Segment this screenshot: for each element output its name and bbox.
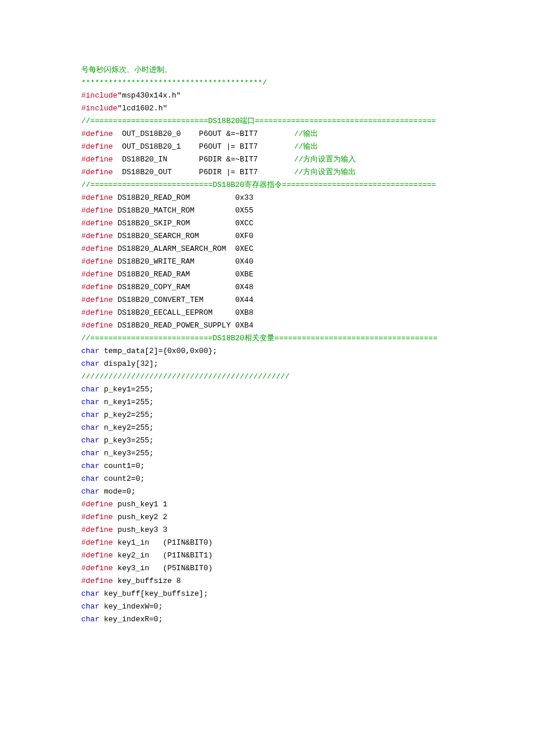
code-line: char p_key1=255; — [81, 383, 453, 396]
code-segment: char — [81, 385, 99, 394]
code-segment: //方向设置为输出 — [294, 168, 356, 177]
code-segment: "lcd1602.h" — [117, 104, 167, 113]
code-segment: DS18B20_IN P6DIR &=~BIT7 — [113, 155, 294, 164]
code-line: 号每秒闪烁次。小时进制。 — [81, 64, 453, 77]
code-segment: #define — [81, 206, 113, 215]
code-line: //===========================DS18B20相关变量… — [81, 332, 453, 345]
code-segment: #define — [81, 577, 113, 585]
code-segment: //方向设置为输入 — [294, 155, 356, 164]
code-segment: key_buffsize 8 — [113, 577, 181, 585]
code-segment: #define — [81, 270, 113, 279]
code-line: char count2=0; — [81, 473, 453, 485]
code-segment: char — [81, 347, 99, 355]
code-segment: #define — [81, 193, 113, 202]
code-segment: #define — [81, 142, 113, 151]
code-line: char p_key2=255; — [81, 409, 453, 422]
code-segment: #define — [81, 308, 113, 317]
code-line: char key_indexW=0; — [81, 600, 453, 613]
code-line: #define DS18B20_READ_ROM 0x33 — [81, 192, 453, 204]
code-segment: temp_data[2]={0x00,0x00}; — [99, 347, 217, 355]
code-segment: DS18B20_COPY_RAM 0X48 — [113, 283, 254, 291]
code-segment: p_key1=255; — [99, 385, 154, 394]
code-segment: 号每秒闪烁次。小时进制。 — [81, 66, 172, 74]
code-segment: #define — [81, 500, 113, 509]
code-segment: char — [81, 411, 99, 419]
code-segment: count1=0; — [99, 462, 145, 470]
code-segment: #define — [81, 129, 113, 138]
code-segment: DS18B20_READ_POWER_SUPPLY 0XB4 — [113, 321, 254, 330]
code-segment: #include — [81, 91, 117, 100]
code-segment: #define — [81, 244, 113, 253]
code-line: char p_key3=255; — [81, 434, 453, 447]
code-segment: char — [81, 436, 99, 445]
code-line: char count1=0; — [81, 460, 453, 473]
code-segment: #define — [81, 219, 113, 228]
code-segment: char — [81, 449, 99, 458]
code-segment: OUT_DS18B20_1 P6OUT |= BIT7 — [113, 142, 294, 151]
code-line: char n_key2=255; — [81, 422, 453, 434]
code-segment: char — [81, 487, 99, 496]
code-line: #define key2_in (P1IN&BIT1) — [81, 549, 453, 562]
code-segment: key3_in (P5IN&BIT0) — [113, 564, 213, 573]
code-line: #include"lcd1602.h" — [81, 102, 453, 115]
code-segment: char — [81, 423, 99, 432]
code-segment: push_key3 3 — [113, 525, 168, 534]
code-segment: char — [81, 602, 99, 611]
code-segment: #define — [81, 257, 113, 266]
code-line: #define push_key2 2 — [81, 511, 453, 524]
code-segment: #define — [81, 513, 113, 521]
code-segment: key_indexR=0; — [99, 615, 163, 624]
code-line: char mode=0; — [81, 485, 453, 498]
code-segment: OUT_DS18B20_0 P6OUT &=~BIT7 — [113, 129, 294, 138]
code-segment: dispaly[32]; — [99, 359, 158, 368]
code-segment: #define — [81, 296, 113, 304]
code-segment: #define — [81, 551, 113, 560]
code-line: #define DS18B20_EECALL_EEPROM 0XB8 — [81, 307, 453, 319]
code-segment: key_indexW=0; — [99, 602, 163, 611]
code-line: #define OUT_DS18B20_0 P6OUT &=~BIT7 //输出 — [81, 128, 453, 141]
code-line: char n_key3=255; — [81, 447, 453, 460]
code-segment: char — [81, 589, 99, 598]
code-segment: ****************************************… — [81, 78, 267, 87]
code-line: #include"msp430x14x.h" — [81, 89, 453, 102]
code-segment: #define — [81, 538, 113, 547]
code-line: char n_key1=255; — [81, 396, 453, 409]
code-line: ****************************************… — [81, 77, 453, 89]
code-segment: //输出 — [294, 142, 319, 151]
code-line: #define DS18B20_READ_POWER_SUPPLY 0XB4 — [81, 319, 453, 332]
code-line: ////////////////////////////////////////… — [81, 370, 453, 383]
code-line: #define DS18B20_SEARCH_ROM 0XF0 — [81, 230, 453, 243]
code-segment: char — [81, 462, 99, 470]
code-segment: p_key3=255; — [99, 436, 154, 445]
code-line: char temp_data[2]={0x00,0x00}; — [81, 345, 453, 358]
code-line: #define key_buffsize 8 — [81, 575, 453, 588]
code-line: char key_buff[key_buffsize]; — [81, 588, 453, 600]
code-line: #define OUT_DS18B20_1 P6OUT |= BIT7 //输出 — [81, 141, 453, 153]
code-segment: DS18B20_EECALL_EEPROM 0XB8 — [113, 308, 254, 317]
code-segment: //===========================DS18B20相关变量… — [81, 334, 438, 343]
code-segment: push_key2 2 — [113, 513, 168, 521]
code-segment: ////////////////////////////////////////… — [81, 372, 290, 381]
code-segment: DS18B20_SEARCH_ROM 0XF0 — [113, 232, 254, 240]
code-line: #define DS18B20_OUT P6DIR |= BIT7 //方向设置… — [81, 166, 453, 179]
code-segment: key1_in (P1IN&BIT0) — [113, 538, 213, 547]
code-segment: //输出 — [294, 129, 319, 138]
code-segment: key_buff[key_buffsize]; — [99, 589, 208, 598]
code-segment: #define — [81, 168, 113, 177]
code-line: char key_indexR=0; — [81, 613, 453, 626]
code-segment: DS18B20_MATCH_ROM 0X55 — [113, 206, 254, 215]
code-line: #define DS18B20_ALARM_SEARCH_ROM 0XEC — [81, 243, 453, 255]
code-line: //===========================DS18B20寄存器指… — [81, 179, 453, 192]
code-segment: DS18B20_CONVERT_TEM 0X44 — [113, 296, 254, 304]
code-segment: n_key1=255; — [99, 398, 154, 406]
code-line: //==========================DS18B20端口===… — [81, 115, 453, 128]
code-segment: #define — [81, 525, 113, 534]
code-line: #define key3_in (P5IN&BIT0) — [81, 562, 453, 575]
code-line: #define DS18B20_IN P6DIR &=~BIT7 //方向设置为… — [81, 153, 453, 166]
code-segment: n_key2=255; — [99, 423, 154, 432]
code-segment: "msp430x14x.h" — [117, 91, 181, 100]
code-segment: #define — [81, 564, 113, 573]
code-segment: DS18B20_SKIP_ROM 0XCC — [113, 219, 254, 228]
code-document: 号每秒闪烁次。小时进制。****************************… — [0, 0, 534, 756]
code-line: #define DS18B20_SKIP_ROM 0XCC — [81, 217, 453, 230]
